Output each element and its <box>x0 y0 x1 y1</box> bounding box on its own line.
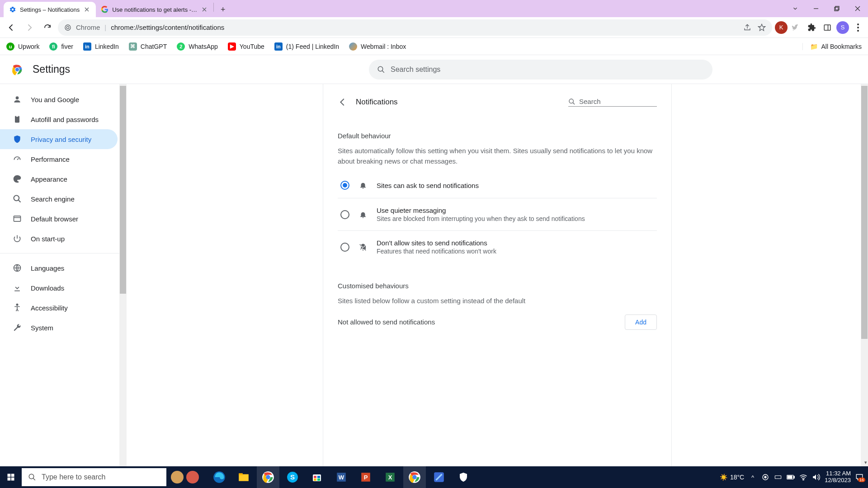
bookmark-label: fiver <box>61 43 73 50</box>
share-icon[interactable] <box>743 23 751 32</box>
bookmark-linkedin[interactable]: inLinkedIn <box>83 42 119 51</box>
bookmark-youtube[interactable]: ▶YouTube <box>228 42 264 51</box>
minimize-button[interactable] <box>806 0 826 17</box>
download-icon <box>13 283 22 292</box>
extensions-button[interactable] <box>806 21 818 34</box>
search-icon <box>13 194 22 203</box>
extension-bird-icon[interactable] <box>790 21 803 34</box>
back-button[interactable] <box>4 20 19 35</box>
option-quieter-messaging[interactable]: Use quieter messagingSites are blocked f… <box>338 198 657 231</box>
not-allowed-row: Not allowed to send notifications Add <box>338 314 657 330</box>
sidebar-item-accessibility[interactable]: Accessibility <box>0 298 118 318</box>
taskbar-word[interactable]: W <box>330 466 353 488</box>
bookmark-fiver[interactable]: fifiver <box>49 42 73 51</box>
tray-meet-now-icon[interactable] <box>761 473 769 481</box>
tray-chevron-up-icon[interactable]: ^ <box>749 473 757 481</box>
reload-button[interactable] <box>40 20 55 35</box>
sidebar-item-label: Accessibility <box>31 304 68 312</box>
svg-point-47 <box>412 475 416 479</box>
svg-rect-51 <box>775 476 781 479</box>
sidebar-item-appearance[interactable]: Appearance <box>0 169 118 189</box>
sidebar-item-search-engine[interactable]: Search engine <box>0 189 118 209</box>
weather-widget[interactable]: ☀️18°C <box>720 474 744 481</box>
radio-button[interactable] <box>340 243 349 252</box>
svg-rect-5 <box>824 25 830 30</box>
svg-point-9 <box>857 30 859 32</box>
close-icon[interactable] <box>83 6 90 13</box>
taskbar-store[interactable] <box>306 466 328 488</box>
svg-point-55 <box>803 479 804 480</box>
tab-settings-notifications[interactable]: Settings – Notifications <box>4 2 96 17</box>
sidebar-item-downloads[interactable]: Downloads <box>0 278 118 298</box>
extension-k[interactable]: K <box>775 21 788 34</box>
maximize-button[interactable] <box>826 0 847 17</box>
add-button[interactable]: Add <box>625 314 657 330</box>
tray-wifi-icon[interactable] <box>799 473 807 481</box>
scrollbar-thumb[interactable] <box>120 86 126 294</box>
kebab-menu-button[interactable] <box>852 21 864 34</box>
tab-title: Settings – Notifications <box>20 6 80 13</box>
start-button[interactable] <box>0 466 22 488</box>
settings-search-input[interactable]: Search settings <box>369 60 712 80</box>
option-sites-can-ask[interactable]: Sites can ask to send notifications <box>338 173 657 198</box>
sidebar-item-performance[interactable]: Performance <box>0 149 118 169</box>
all-bookmarks-button[interactable]: 📁All Bookmarks <box>802 43 862 50</box>
new-tab-button[interactable]: + <box>217 3 229 16</box>
content-search-input[interactable]: Search <box>568 98 657 107</box>
bookmark-star-icon[interactable] <box>758 23 766 32</box>
sidebar-item-on-startup[interactable]: On start-up <box>0 229 118 249</box>
search-placeholder: Search settings <box>391 66 440 74</box>
system-tray: ☀️18°C ^ 11:32 AM 12/8/2023 16 <box>720 466 868 488</box>
taskbar-chrome[interactable] <box>257 466 279 488</box>
svg-rect-39 <box>317 479 320 481</box>
clock[interactable]: 11:32 AM 12/8/2023 <box>825 470 851 484</box>
sidebar-item-default-browser[interactable]: Default browser <box>0 209 118 229</box>
url-scheme-label: Chrome <box>76 23 100 31</box>
back-arrow-button[interactable] <box>338 97 348 107</box>
sidebar-item-label: Performance <box>31 155 70 163</box>
bookmark-whatsapp[interactable]: 2WhatsApp <box>177 42 218 51</box>
chrome-circle-icon <box>64 24 71 31</box>
sidebar-item-privacy-security[interactable]: Privacy and security <box>0 129 118 149</box>
bookmark-linkedin-feed[interactable]: in(1) Feed | LinkedIn <box>274 42 339 51</box>
tab-google-search[interactable]: Use notifications to get alerts - G <box>96 2 213 17</box>
tray-battery-icon[interactable] <box>787 473 795 481</box>
svg-point-50 <box>764 476 766 478</box>
sidebar-item-autofill[interactable]: Autofill and passwords <box>0 109 118 129</box>
taskbar-edge[interactable] <box>208 466 231 488</box>
taskbar-explorer[interactable] <box>232 466 255 488</box>
radio-button[interactable] <box>340 210 349 219</box>
taskbar-snip[interactable] <box>428 466 450 488</box>
tray-volume-icon[interactable] <box>812 473 820 481</box>
tray-keyboard-icon[interactable] <box>774 473 782 481</box>
content-scrollbar[interactable]: ▾ <box>861 84 868 466</box>
close-button[interactable] <box>847 0 868 17</box>
chevron-down-icon[interactable] <box>785 0 806 17</box>
taskbar-security[interactable] <box>452 466 475 488</box>
bookmark-label: Webmail : Inbox <box>361 43 406 50</box>
search-icon <box>28 473 36 481</box>
address-bar[interactable]: Chrome | chrome://settings/content/notif… <box>58 19 772 36</box>
scroll-down-arrow[interactable]: ▾ <box>864 460 867 465</box>
taskbar-powerpoint[interactable]: P <box>354 466 377 488</box>
option-dont-allow[interactable]: Don't allow sites to send notificationsF… <box>338 231 657 263</box>
radio-button[interactable] <box>340 181 349 190</box>
sidebar-scrollbar[interactable] <box>119 84 127 466</box>
bookmark-webmail[interactable]: Webmail : Inbox <box>349 42 406 51</box>
action-center-button[interactable]: 16 <box>855 473 863 481</box>
scrollbar-thumb[interactable] <box>861 86 868 339</box>
profile-avatar[interactable]: S <box>836 21 849 34</box>
bookmark-upwork[interactable]: uUpwork <box>6 42 39 51</box>
taskbar-skype[interactable]: S <box>281 466 304 488</box>
settings-content: Notifications Search Default behaviour S… <box>127 84 868 466</box>
forward-button[interactable] <box>22 20 37 35</box>
sidebar-item-you-and-google[interactable]: You and Google <box>0 89 118 109</box>
taskbar-chrome-2[interactable] <box>403 466 426 488</box>
taskbar-search-input[interactable]: Type here to search <box>22 468 166 486</box>
sidebar-item-system[interactable]: System <box>0 318 118 338</box>
side-panel-button[interactable] <box>821 21 834 34</box>
bookmark-chatgpt[interactable]: ⌘ChatGPT <box>129 42 167 51</box>
taskbar-excel[interactable]: X <box>379 466 401 488</box>
sidebar-item-languages[interactable]: Languages <box>0 258 118 278</box>
close-icon[interactable] <box>201 6 208 13</box>
